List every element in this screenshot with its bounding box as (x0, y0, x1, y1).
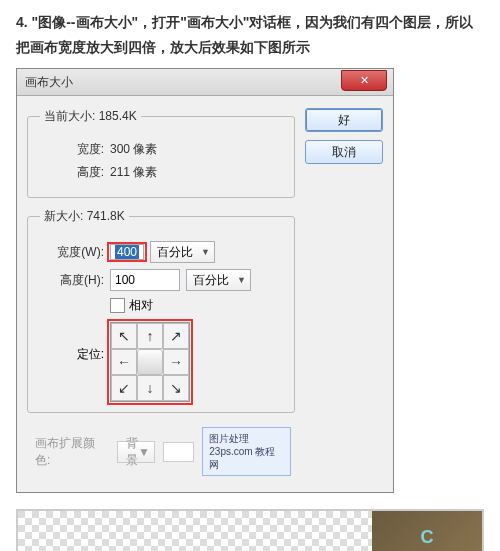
extension-color-label: 画布扩展颜色: (35, 435, 109, 469)
watermark-line1: 图片处理 (209, 432, 284, 445)
width-unit-value: 百分比 (157, 244, 193, 261)
close-icon: ✕ (360, 74, 369, 87)
relative-checkbox[interactable] (110, 298, 125, 313)
extension-color-value: 背景 (126, 435, 138, 469)
anchor-label: 定位: (40, 322, 104, 363)
anchor-se[interactable]: ↘ (163, 375, 189, 401)
new-size-legend: 新大小: 741.8K (40, 208, 129, 225)
anchor-e[interactable]: → (163, 349, 189, 375)
chevron-down-icon: ▼ (237, 275, 246, 285)
thumbnail-text: C (421, 527, 434, 548)
watermark: 图片处理 23ps.com 教程网 (202, 427, 291, 476)
width-input-value: 400 (115, 245, 139, 259)
width-input-highlight: 400 (110, 245, 144, 259)
extension-color-swatch[interactable] (163, 442, 194, 462)
height-unit-value: 百分比 (193, 272, 229, 289)
close-button[interactable]: ✕ (341, 70, 387, 91)
cancel-button[interactable]: 取消 (305, 140, 383, 164)
width-input[interactable]: 400 (110, 244, 144, 260)
anchor-sw[interactable]: ↙ (111, 375, 137, 401)
new-height-label: 高度(H): (40, 272, 104, 289)
current-height-label: 高度: (40, 164, 104, 181)
titlebar[interactable]: 画布大小 ✕ (17, 69, 393, 96)
current-width-value: 300 像素 (110, 141, 157, 158)
width-unit-combo[interactable]: 百分比 ▼ (150, 241, 215, 263)
current-height-value: 211 像素 (110, 164, 157, 181)
anchor-ne[interactable]: ↗ (163, 323, 189, 349)
extension-color-combo[interactable]: 背景 ▼ (117, 441, 155, 463)
result-preview: C (16, 509, 484, 551)
anchor-s[interactable]: ↓ (137, 375, 163, 401)
height-unit-combo[interactable]: 百分比 ▼ (186, 269, 251, 291)
anchor-center[interactable] (137, 349, 163, 375)
anchor-nw[interactable]: ↖ (111, 323, 137, 349)
step-instruction: 4. "图像--画布大小"，打开"画布大小"对话框，因为我们有四个图层，所以把画… (0, 0, 500, 68)
current-size-legend: 当前大小: 185.4K (40, 108, 141, 125)
new-width-label: 宽度(W): (40, 244, 104, 261)
anchor-grid[interactable]: ↖ ↑ ↗ ← → ↙ ↓ ↘ (110, 322, 190, 402)
anchor-n[interactable]: ↑ (137, 323, 163, 349)
relative-label: 相对 (129, 297, 153, 314)
new-size-group: 新大小: 741.8K 宽度(W): 400 百分比 ▼ 高度(H): 百分比 (27, 208, 295, 413)
canvas-size-dialog: 画布大小 ✕ 当前大小: 185.4K 宽度: 300 像素 高度: 211 像… (16, 68, 394, 493)
height-input[interactable] (110, 269, 180, 291)
watermark-line2: 23ps.com 教程网 (209, 445, 284, 471)
ok-button[interactable]: 好 (305, 108, 383, 132)
chevron-down-icon: ▼ (201, 247, 210, 257)
dialog-title: 画布大小 (25, 74, 73, 91)
result-thumbnail: C (372, 511, 482, 551)
anchor-w[interactable]: ← (111, 349, 137, 375)
chevron-down-icon: ▼ (138, 445, 150, 459)
relative-checkbox-row[interactable]: 相对 (110, 297, 153, 314)
current-width-label: 宽度: (40, 141, 104, 158)
current-size-group: 当前大小: 185.4K 宽度: 300 像素 高度: 211 像素 (27, 108, 295, 198)
